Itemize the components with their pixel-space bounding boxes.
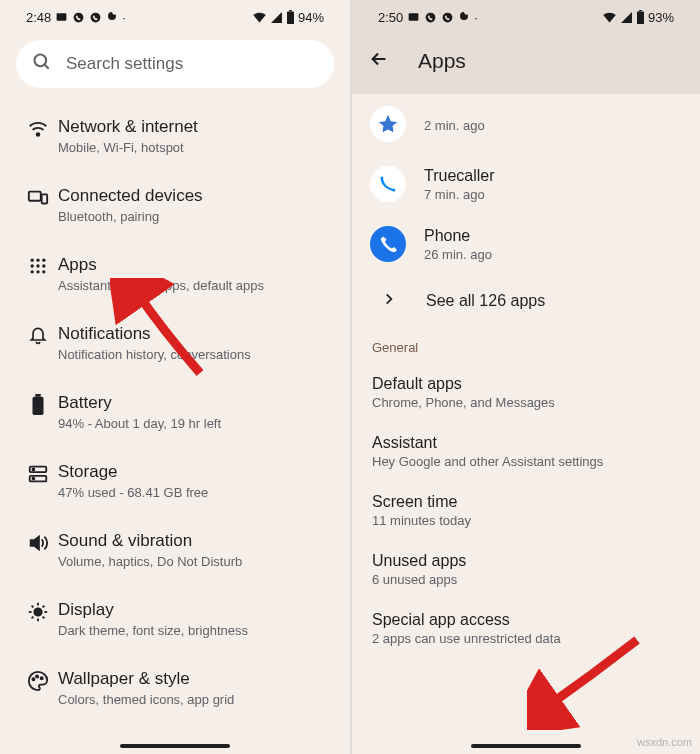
svg-point-5 [35,55,47,67]
svg-rect-41 [637,11,644,24]
app-icon-phone [370,226,406,262]
status-dot: · [474,10,478,25]
general-item-default-apps[interactable]: Default apps Chrome, Phone, and Messages [352,363,700,422]
back-button[interactable] [368,48,390,74]
search-placeholder: Search settings [66,54,183,74]
search-icon [32,52,52,76]
apps-title: Apps [418,49,466,73]
status-battery-pct: 94% [298,10,324,25]
storage-icon [27,463,49,489]
dnd-icon [106,11,118,23]
svg-point-7 [37,133,40,136]
svg-rect-0 [57,13,67,21]
wifi-icon [27,118,49,144]
battery-icon [31,394,45,420]
signal-icon [270,11,283,24]
message-icon [55,11,68,24]
app-icon-generic [370,106,406,142]
battery-status-icon [286,10,295,24]
svg-line-31 [43,616,45,618]
svg-point-16 [31,270,34,273]
svg-line-30 [32,605,34,607]
recent-app-row[interactable]: Truecaller7 min. ago [352,154,700,214]
svg-point-2 [91,12,101,22]
phone-status-icon-2 [441,11,454,24]
recent-app-row[interactable]: Phone26 min. ago [352,214,700,274]
search-settings[interactable]: Search settings [16,40,334,88]
nav-handle[interactable] [120,744,230,748]
settings-item-sound[interactable]: Sound & vibrationVolume, haptics, Do Not… [0,516,350,585]
svg-point-13 [31,264,34,267]
settings-item-wallpaper[interactable]: Wallpaper & styleColors, themed icons, a… [0,654,350,723]
status-time: 2:50 [378,10,403,25]
settings-item-display[interactable]: DisplayDark theme, font size, brightness [0,585,350,654]
svg-rect-19 [33,397,44,415]
general-item-unused-apps[interactable]: Unused apps 6 unused apps [352,540,700,599]
settings-item-network[interactable]: Network & internetMobile, Wi-Fi, hotspot [0,102,350,171]
status-battery-pct: 93% [648,10,674,25]
settings-item-notifications[interactable]: NotificationsNotification history, conve… [0,309,350,378]
nav-handle[interactable] [471,744,581,748]
message-icon [407,11,420,24]
settings-item-connected[interactable]: Connected devicesBluetooth, pairing [0,171,350,240]
svg-point-36 [41,677,43,679]
battery-status-icon [636,10,645,24]
phone-status-icon [72,11,85,24]
settings-list: Network & internetMobile, Wi-Fi, hotspot… [0,96,350,723]
signal-icon [620,11,633,24]
svg-rect-38 [409,13,419,21]
section-general: General [352,332,700,363]
svg-point-18 [42,270,45,273]
svg-rect-4 [289,10,292,11]
svg-point-15 [42,264,45,267]
svg-line-6 [45,65,49,69]
general-item-special-access[interactable]: Special app access 2 apps can use unrest… [352,599,700,658]
app-icon-truecaller [370,166,406,202]
settings-item-battery[interactable]: Battery94% - About 1 day, 19 hr left [0,378,350,447]
bell-icon [28,325,48,349]
status-bar: 2:48 · 94% [0,0,350,34]
svg-point-39 [426,12,436,22]
apps-icon [28,256,48,280]
svg-rect-3 [287,11,294,24]
palette-icon [27,670,49,696]
svg-rect-42 [639,10,642,11]
svg-point-35 [36,675,38,677]
settings-screen: 2:48 · 94% Search settings Network & int… [0,0,350,754]
svg-line-33 [43,605,45,607]
svg-rect-9 [42,194,47,203]
phone-status-icon-2 [89,11,102,24]
svg-point-1 [74,12,84,22]
devices-icon [27,187,49,213]
watermark: wsxdn.com [637,736,692,748]
apps-header: 2:50 · 93% Apps [352,0,700,94]
svg-rect-8 [29,192,41,201]
svg-point-25 [34,608,41,615]
svg-line-32 [32,616,34,618]
see-all-apps[interactable]: See all 126 apps [352,274,700,332]
sound-icon [27,532,49,558]
svg-rect-20 [35,394,41,397]
svg-point-40 [443,12,453,22]
display-icon [27,601,49,627]
apps-screen: 2:50 · 93% Apps [350,0,700,754]
status-dot: · [122,10,126,25]
wifi-status-icon [602,11,617,24]
general-item-screen-time[interactable]: Screen time 11 minutes today [352,481,700,540]
general-item-assistant[interactable]: Assistant Hey Google and other Assistant… [352,422,700,481]
svg-point-34 [32,678,34,680]
svg-point-10 [31,258,34,261]
svg-point-12 [42,258,45,261]
chevron-right-icon [382,292,396,310]
svg-point-17 [36,270,39,273]
status-time: 2:48 [26,10,51,25]
svg-point-23 [33,468,35,470]
svg-point-14 [36,264,39,267]
dnd-icon [458,11,470,23]
settings-item-apps[interactable]: AppsAssistant, recent apps, default apps [0,240,350,309]
settings-item-storage[interactable]: Storage47% used - 68.41 GB free [0,447,350,516]
recent-app-row[interactable]: 2 min. ago [352,94,700,154]
wifi-status-icon [252,11,267,24]
svg-point-11 [36,258,39,261]
svg-point-24 [33,478,35,480]
